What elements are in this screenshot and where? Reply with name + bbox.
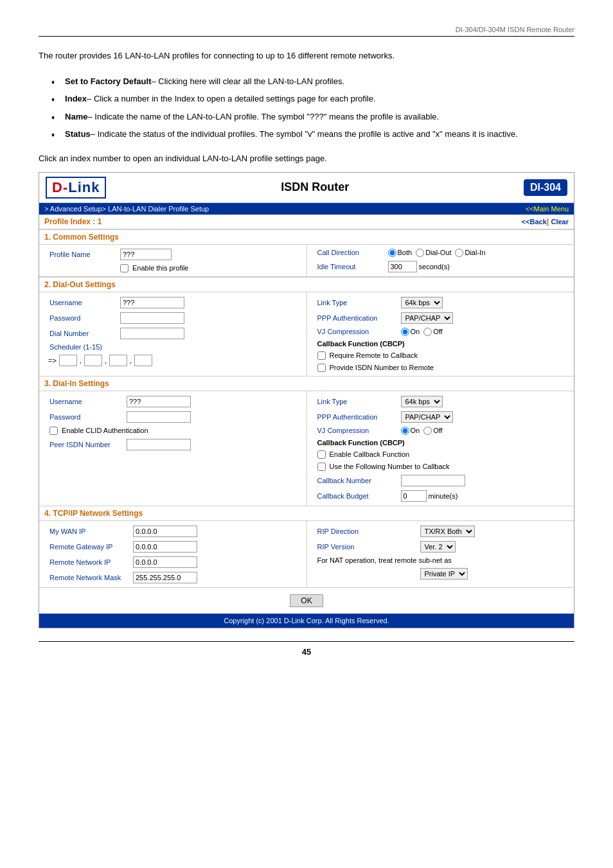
remote-network-ip-input[interactable] [133, 556, 197, 568]
di-password-input[interactable] [127, 411, 191, 423]
di-link-type-select[interactable]: 64k bps [401, 396, 443, 407]
di-vj-off-radio[interactable] [423, 427, 432, 435]
scheduler-input-2[interactable] [84, 355, 102, 366]
idle-timeout-label: Idle Timeout [312, 259, 383, 274]
scheduler-input-3[interactable] [109, 355, 127, 366]
do-require-remote-label: Require Remote to Callback [330, 351, 418, 359]
dialin-settings-table: Username Password Enable CLID Authentica… [39, 391, 574, 506]
do-password-input[interactable] [120, 312, 184, 324]
call-direction-group: Both Dial-Out Dial-In [388, 249, 564, 257]
remote-network-mask-input[interactable] [133, 572, 197, 583]
my-wan-ip-label: My WAN IP [44, 524, 128, 539]
remote-gateway-ip-input[interactable] [133, 541, 197, 553]
di-ppp-auth-select[interactable]: PAP/CHAP [401, 411, 453, 423]
di-clid-auth-checkbox[interactable] [49, 427, 58, 435]
remote-network-ip-label: Remote Network IP [44, 554, 128, 570]
do-ppp-auth-label: PPP Authentication [312, 310, 396, 326]
do-vj-comp-group: On Off [401, 328, 564, 336]
di-use-following-number-label: Use the Following Number to Callback [330, 463, 450, 470]
router-ui-box: D-Link ISDN Router DI-304 > Advanced Set… [39, 172, 574, 628]
do-vj-off-radio[interactable] [423, 328, 432, 336]
di-peer-isdn-input[interactable] [127, 439, 191, 450]
scheduler-input-1[interactable] [59, 355, 77, 366]
bullet-term-1: Set to Factory Default [65, 76, 151, 86]
section-dialin-header: 3. Dial-In Settings [39, 376, 574, 391]
footer-bar: Copyright (c) 2001 D-Link Corp. All Righ… [39, 614, 574, 628]
tcpip-settings-table: My WAN IP Remote Gateway IP Remote Netwo… [39, 521, 574, 587]
do-require-remote-callback-checkbox[interactable] [317, 351, 326, 360]
di-clid-auth-label: Enable CLID Authentication [62, 427, 148, 434]
do-username-input[interactable] [120, 297, 184, 308]
call-dir-both-radio[interactable] [388, 249, 396, 257]
di-cbcp-header: Callback Function (CBCP) [317, 439, 405, 447]
bullet-desc-2: – Click a number in the Index to open a … [87, 94, 376, 103]
do-vj-on-radio[interactable] [401, 328, 409, 336]
di-callback-budget-suffix: minute(s) [429, 492, 458, 500]
enable-profile-checkbox-label: Enable this profile [120, 264, 296, 272]
do-link-type-label: Link Type [312, 295, 396, 310]
do-dial-number-label: Dial Number [44, 326, 115, 341]
di-username-input[interactable] [127, 396, 191, 407]
di-enable-callback-checkbox[interactable] [317, 450, 326, 459]
do-ppp-auth-select[interactable]: PAP/CHAP [401, 312, 453, 324]
do-cbcp-header: Callback Function (CBCP) [317, 340, 405, 348]
section-dialout-header: 2. Dial-Out Settings [39, 277, 574, 292]
my-wan-ip-input[interactable] [133, 526, 197, 537]
call-dir-dialin-radio[interactable] [455, 249, 463, 257]
remote-network-mask-label: Remote Network Mask [44, 570, 128, 585]
do-link-type-select[interactable]: 64k bps [401, 297, 443, 308]
nav-bar: > Advanced Setup> LAN-to-LAN Dialer Prof… [39, 203, 574, 215]
main-menu-link[interactable]: <<Main Menu [526, 205, 569, 213]
nat-private-ip-select[interactable]: Private IP [420, 568, 468, 580]
common-settings-table: Profile Name Enable this profile [39, 245, 574, 277]
do-dial-number-input[interactable] [120, 328, 184, 339]
di-use-following-number-checkbox[interactable] [317, 463, 326, 471]
do-provide-isdn-checkbox[interactable] [317, 364, 326, 372]
page-header: DI-304/DI-304M ISDN Remote Router [39, 26, 574, 37]
di-password-label: Password [44, 409, 121, 425]
intro-paragraph: The router provides 16 LAN-to-LAN profil… [39, 49, 574, 62]
di-enable-callback-label: Enable Callback Function [330, 450, 410, 458]
di-username-label: Username [44, 394, 121, 409]
dialout-settings-table: Username Password Dial Number Scheduler … [39, 292, 574, 376]
di-vj-on-radio[interactable] [401, 427, 409, 435]
ok-button[interactable]: OK [290, 594, 323, 607]
bullet-term-2: Index [65, 94, 87, 103]
bullet-list: Set to Factory Default– Clicking here wi… [39, 75, 574, 141]
model-badge: DI-304 [524, 179, 567, 196]
profile-name-input[interactable] [120, 249, 172, 260]
di-callback-budget-label: Callback Budget [312, 488, 396, 504]
bullet-desc-1: – Clicking here will clear all the LAN-t… [151, 76, 344, 86]
bullet-item-2: Index– Click a number in the Index to op… [51, 93, 574, 105]
profile-index-row: Profile Index : 1 <<Back| Clear [39, 215, 574, 229]
bullet-desc-3: – Indicate the name of the LAN-to-LAN pr… [88, 112, 440, 121]
di-callback-number-input[interactable] [401, 475, 465, 486]
call-dir-dialout-radio[interactable] [416, 249, 424, 257]
section-tcpip-header: 4. TCP/IP Network Settings [39, 506, 574, 521]
scheduler-input-4[interactable] [134, 355, 152, 366]
bullet-desc-4: – Indicate the status of the individual … [91, 129, 518, 139]
rip-version-select[interactable]: Ver. 2 [420, 541, 456, 553]
call-direction-label: Call Direction [312, 247, 383, 259]
do-password-label: Password [44, 310, 115, 326]
section-common-header: 1. Common Settings [39, 229, 574, 245]
di-callback-budget-input[interactable] [401, 490, 427, 502]
di-peer-isdn-label: Peer ISDN Number [44, 437, 121, 452]
idle-timeout-input[interactable] [388, 261, 417, 272]
bullet-item-3: Name– Indicate the name of the LAN-to-LA… [51, 111, 574, 123]
enable-profile-checkbox[interactable] [120, 264, 129, 272]
rip-direction-label: RIP Direction [312, 524, 415, 539]
do-vj-comp-label: VJ Compression [312, 326, 396, 338]
back-link[interactable]: <<Back [522, 218, 547, 226]
scheduler-row: => , , , [48, 355, 296, 366]
idle-timeout-suffix: second(s) [419, 263, 450, 270]
di-vj-comp-group: On Off [401, 427, 564, 435]
rip-direction-select[interactable]: TX/RX Both [420, 526, 475, 537]
di-link-type-label: Link Type [312, 394, 396, 409]
remote-gateway-ip-label: Remote Gateway IP [44, 539, 128, 554]
router-title: ISDN Router [281, 181, 349, 194]
clear-link[interactable]: Clear [551, 218, 569, 226]
bullet-term-3: Name [65, 112, 87, 121]
rip-version-label: RIP Version [312, 539, 415, 554]
bullet-item-4: Status– Indicate the status of the indiv… [51, 128, 574, 141]
